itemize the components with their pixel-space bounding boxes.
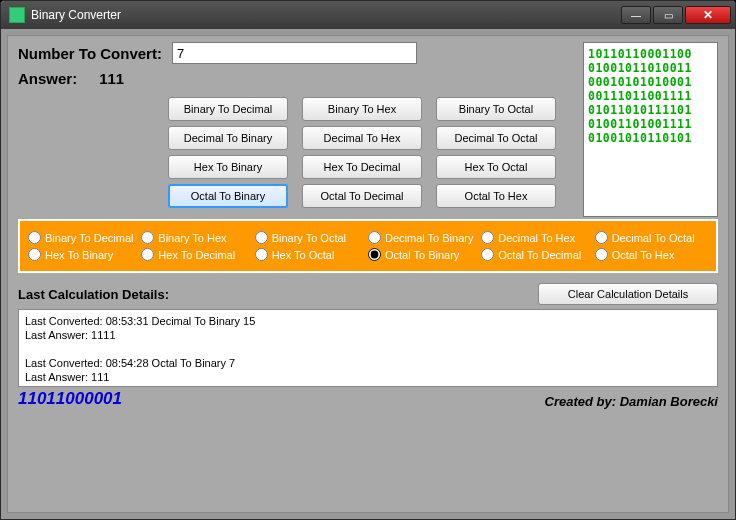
app-window: Binary Converter — ▭ ✕ Number To Convert… <box>0 0 736 520</box>
titlebar[interactable]: Binary Converter — ▭ ✕ <box>1 1 735 29</box>
convert-button-hex-to-decimal[interactable]: Hex To Decimal <box>302 155 422 179</box>
radio-hex-to-decimal[interactable]: Hex To Decimal <box>141 248 254 261</box>
footer-binary-number: 11011000001 <box>18 389 545 409</box>
radio-hex-to-binary[interactable]: Hex To Binary <box>28 248 141 261</box>
maximize-button[interactable]: ▭ <box>653 6 683 24</box>
convert-button-binary-to-hex[interactable]: Binary To Hex <box>302 97 422 121</box>
convert-button-binary-to-octal[interactable]: Binary To Octal <box>436 97 556 121</box>
answer-label: Answer: <box>18 70 77 87</box>
radio-binary-to-octal[interactable]: Binary To Octal <box>255 231 368 244</box>
radio-decimal-to-binary[interactable]: Decimal To Binary <box>368 231 481 244</box>
app-icon <box>9 7 25 23</box>
radio-binary-to-hex[interactable]: Binary To Hex <box>141 231 254 244</box>
convert-button-decimal-to-octal[interactable]: Decimal To Octal <box>436 126 556 150</box>
convert-button-octal-to-binary[interactable]: Octal To Binary <box>168 184 288 208</box>
convert-button-decimal-to-hex[interactable]: Decimal To Hex <box>302 126 422 150</box>
client-area: Number To Convert: Answer: 111 Binary To… <box>7 35 729 513</box>
details-textarea[interactable]: Last Converted: 08:53:31 Decimal To Bina… <box>18 309 718 387</box>
clear-details-button[interactable]: Clear Calculation Details <box>538 283 718 305</box>
binary-art-box: 10110110001100 01001011010011 0001010101… <box>583 42 718 217</box>
radio-hex-to-octal[interactable]: Hex To Octal <box>255 248 368 261</box>
close-button[interactable]: ✕ <box>685 6 731 24</box>
number-input[interactable] <box>172 42 417 64</box>
convert-button-hex-to-binary[interactable]: Hex To Binary <box>168 155 288 179</box>
radio-octal-to-decimal[interactable]: Octal To Decimal <box>481 248 594 261</box>
convert-button-decimal-to-binary[interactable]: Decimal To Binary <box>168 126 288 150</box>
radio-octal-to-binary[interactable]: Octal To Binary <box>368 248 481 261</box>
input-label: Number To Convert: <box>18 45 162 62</box>
convert-button-hex-to-octal[interactable]: Hex To Octal <box>436 155 556 179</box>
credit-label: Created by: Damian Borecki <box>545 394 718 409</box>
answer-value: 111 <box>99 70 124 87</box>
convert-button-octal-to-decimal[interactable]: Octal To Decimal <box>302 184 422 208</box>
details-title: Last Calculation Details: <box>18 287 538 302</box>
radio-binary-to-decimal[interactable]: Binary To Decimal <box>28 231 141 244</box>
radio-octal-to-hex[interactable]: Octal To Hex <box>595 248 708 261</box>
minimize-button[interactable]: — <box>621 6 651 24</box>
radio-panel: Binary To DecimalBinary To HexBinary To … <box>18 219 718 273</box>
radio-decimal-to-hex[interactable]: Decimal To Hex <box>481 231 594 244</box>
radio-decimal-to-octal[interactable]: Decimal To Octal <box>595 231 708 244</box>
convert-button-binary-to-decimal[interactable]: Binary To Decimal <box>168 97 288 121</box>
convert-button-octal-to-hex[interactable]: Octal To Hex <box>436 184 556 208</box>
conversion-button-grid: Binary To DecimalBinary To HexBinary To … <box>168 97 575 208</box>
window-title: Binary Converter <box>31 8 619 22</box>
